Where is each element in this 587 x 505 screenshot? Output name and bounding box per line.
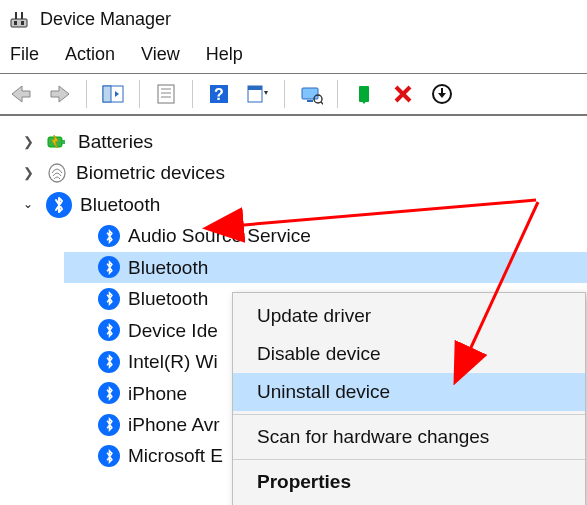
node-label: Biometric devices [76, 158, 225, 187]
tree-node-biometric[interactable]: ❯ Biometric devices [18, 157, 587, 188]
bluetooth-icon [98, 319, 120, 341]
tree-node-batteries[interactable]: ❯ Batteries [18, 126, 587, 157]
scan-hardware-button[interactable] [296, 80, 326, 108]
menu-action[interactable]: Action [65, 44, 115, 65]
ctx-disable-device[interactable]: Disable device [233, 335, 585, 373]
toolbar-separator [192, 80, 193, 108]
toolbar-separator [139, 80, 140, 108]
window-title: Device Manager [40, 9, 171, 30]
menu-file[interactable]: File [10, 44, 39, 65]
bluetooth-icon [98, 382, 120, 404]
node-label: Microsoft E [128, 441, 223, 470]
action-dropdown-button[interactable] [243, 80, 273, 108]
toolbar: ? [0, 74, 587, 116]
bluetooth-icon [98, 288, 120, 310]
tree-node-bt-audio[interactable]: Audio Source Service [64, 220, 587, 251]
ctx-properties[interactable]: Properties [233, 463, 585, 501]
svg-rect-22 [62, 140, 65, 144]
bluetooth-icon [46, 192, 72, 218]
svg-rect-14 [248, 86, 262, 90]
svg-rect-16 [307, 100, 313, 102]
svg-rect-1 [14, 21, 17, 25]
collapse-icon[interactable]: ⌄ [18, 195, 38, 214]
svg-rect-7 [158, 85, 174, 103]
svg-text:?: ? [214, 86, 224, 103]
svg-rect-6 [103, 86, 111, 102]
node-label: Batteries [78, 127, 153, 156]
menu-help[interactable]: Help [206, 44, 243, 65]
back-button[interactable] [6, 80, 36, 108]
expand-icon[interactable]: ❯ [18, 163, 38, 183]
bluetooth-icon [98, 414, 120, 436]
bluetooth-icon [98, 351, 120, 373]
bluetooth-icon [98, 256, 120, 278]
titlebar: Device Manager [0, 0, 587, 40]
update-driver-button[interactable] [349, 80, 379, 108]
show-hide-tree-button[interactable] [98, 80, 128, 108]
svg-rect-0 [11, 19, 27, 27]
context-menu: Update driver Disable device Uninstall d… [232, 292, 586, 505]
node-label: Bluetooth [80, 190, 160, 219]
uninstall-button[interactable] [388, 80, 418, 108]
node-label: iPhone [128, 379, 187, 408]
ctx-uninstall-device[interactable]: Uninstall device [233, 373, 585, 411]
toolbar-separator [86, 80, 87, 108]
ctx-update-driver[interactable]: Update driver [233, 297, 585, 335]
svg-line-18 [321, 102, 323, 105]
node-label: Device Ide [128, 316, 218, 345]
svg-rect-15 [302, 88, 318, 99]
menu-view[interactable]: View [141, 44, 180, 65]
forward-button[interactable] [45, 80, 75, 108]
fingerprint-icon [46, 162, 68, 184]
properties-button[interactable] [151, 80, 181, 108]
battery-icon [46, 131, 70, 153]
menubar: File Action View Help [0, 40, 587, 73]
node-label: Intel(R) Wi [128, 347, 218, 376]
bluetooth-icon [98, 225, 120, 247]
node-label: Bluetooth [128, 284, 208, 313]
menu-separator [233, 414, 585, 415]
node-label: Bluetooth [128, 253, 208, 282]
bluetooth-icon [98, 445, 120, 467]
help-button[interactable]: ? [204, 80, 234, 108]
svg-rect-2 [21, 21, 24, 25]
device-manager-icon [8, 8, 30, 30]
svg-rect-4 [21, 12, 23, 19]
toolbar-separator [284, 80, 285, 108]
tree-node-bt-selected[interactable]: Bluetooth [64, 252, 587, 283]
node-label: iPhone Avr [128, 410, 220, 439]
menu-separator [233, 459, 585, 460]
tree-node-bluetooth[interactable]: ⌄ Bluetooth [18, 189, 587, 220]
ctx-scan-hardware[interactable]: Scan for hardware changes [233, 418, 585, 456]
node-label: Audio Source Service [128, 221, 311, 250]
toolbar-separator [337, 80, 338, 108]
disable-button[interactable] [427, 80, 457, 108]
svg-rect-3 [15, 12, 17, 19]
expand-icon[interactable]: ❯ [18, 132, 38, 152]
